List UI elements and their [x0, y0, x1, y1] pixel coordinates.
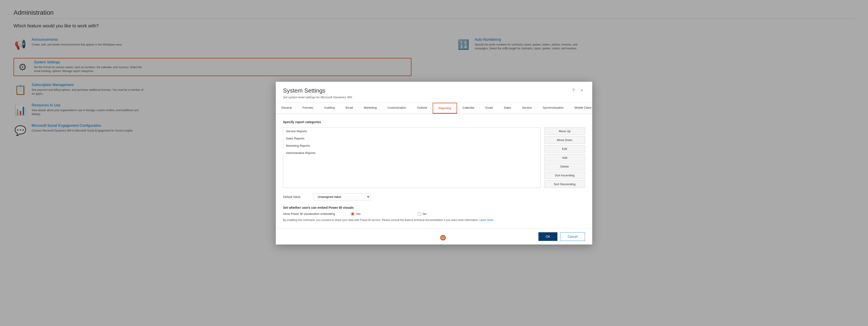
powerbi-yes-radio[interactable] — [351, 212, 354, 216]
powerbi-no-label: No — [423, 212, 427, 216]
tab-synchronization[interactable]: Synchronization — [537, 103, 569, 114]
report-categories-container: Service Reports Sales Reports Marketing … — [283, 128, 585, 188]
tab-email[interactable]: Email — [340, 103, 359, 114]
powerbi-yes-option[interactable]: Yes — [351, 212, 414, 216]
tab-outlook[interactable]: Outlook — [412, 103, 433, 114]
modal-subtitle: Set system-level settings for Microsoft … — [283, 96, 353, 99]
system-settings-modal: System Settings Set system-level setting… — [276, 82, 592, 244]
tab-reporting[interactable]: Reporting — [433, 103, 457, 114]
tab-customization[interactable]: Customization — [382, 103, 412, 114]
powerbi-section: Set whether users can embed Power BI vis… — [283, 206, 585, 222]
powerbi-learn-more-link[interactable]: Learn more — [479, 218, 493, 222]
tab-general[interactable]: General — [276, 103, 297, 114]
category-marketing-reports[interactable]: Marketing Reports — [283, 142, 540, 150]
powerbi-radio-group: Yes No — [351, 212, 481, 216]
powerbi-note: By enabling this command, you consent to… — [283, 218, 585, 222]
move-up-button[interactable]: Move Up — [544, 128, 585, 135]
modal-header-actions: ? × — [570, 87, 585, 94]
cancel-button[interactable]: Cancel — [560, 232, 585, 241]
default-value-label: Default Value — [283, 195, 310, 198]
default-value-row: Default Value Unassigned Value — [283, 193, 585, 200]
powerbi-yes-label: Yes — [356, 212, 361, 216]
modal-header: System Settings Set system-level setting… — [276, 82, 592, 103]
powerbi-title: Set whether users can embed Power BI vis… — [283, 206, 585, 210]
powerbi-no-option[interactable]: No — [418, 212, 481, 216]
modal-title: System Settings — [283, 87, 353, 94]
sort-ascending-button[interactable]: Sort Ascending — [544, 171, 585, 179]
tab-auditing[interactable]: Auditing — [319, 103, 340, 114]
edit-button[interactable]: Edit — [544, 145, 585, 153]
tab-formats[interactable]: Formats — [297, 103, 319, 114]
modal-overlay: System Settings Set system-level setting… — [0, 0, 868, 326]
modal-body: Specify report categories Service Report… — [276, 114, 592, 228]
tab-marketing[interactable]: Marketing — [358, 103, 382, 114]
tab-bar: General Formats Auditing Email Marketing… — [276, 103, 592, 114]
category-sales-reports[interactable]: Sales Reports — [283, 135, 540, 142]
default-value-select[interactable]: Unassigned Value — [314, 193, 370, 200]
add-button[interactable]: Add — [544, 154, 585, 161]
category-actions: Move Up Move Down Edit Add Delete Sort A… — [544, 128, 585, 188]
modal-footer: OK Cancel — [276, 228, 592, 244]
tab-mobile-client[interactable]: Mobile Client — [569, 103, 592, 114]
category-service-reports[interactable]: Service Reports — [283, 128, 540, 135]
close-button[interactable]: × — [579, 87, 585, 94]
sort-descending-button[interactable]: Sort Descending — [544, 181, 585, 188]
move-down-button[interactable]: Move Down — [544, 136, 585, 144]
report-categories-title: Specify report categories — [283, 120, 585, 124]
modal-title-block: System Settings Set system-level setting… — [283, 87, 353, 99]
category-list[interactable]: Service Reports Sales Reports Marketing … — [283, 128, 541, 188]
powerbi-label: Allow Power BI visualization embedding — [283, 212, 346, 216]
powerbi-row: Allow Power BI visualization embedding Y… — [283, 212, 585, 216]
tab-sales[interactable]: Sales — [498, 103, 517, 114]
tab-service[interactable]: Service — [517, 103, 537, 114]
category-admin-reports[interactable]: Administrative Reports — [283, 150, 540, 157]
tab-goals[interactable]: Goals — [480, 103, 498, 114]
help-button[interactable]: ? — [570, 87, 576, 94]
delete-button[interactable]: Delete — [544, 163, 585, 170]
powerbi-no-radio[interactable] — [418, 212, 421, 216]
ok-button[interactable]: OK — [538, 232, 557, 241]
tab-calendar[interactable]: Calendar — [457, 103, 480, 114]
powerbi-note-text: By enabling this command, you consent to… — [283, 218, 479, 222]
